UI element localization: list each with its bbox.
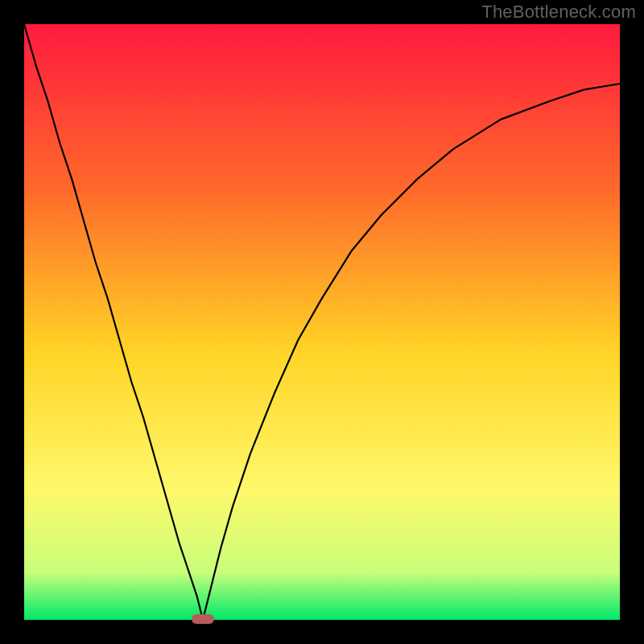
bottleneck-chart <box>0 0 644 644</box>
chart-canvas: TheBottleneck.com <box>0 0 644 644</box>
minimum-marker <box>192 614 214 624</box>
watermark-text: TheBottleneck.com <box>481 2 636 23</box>
